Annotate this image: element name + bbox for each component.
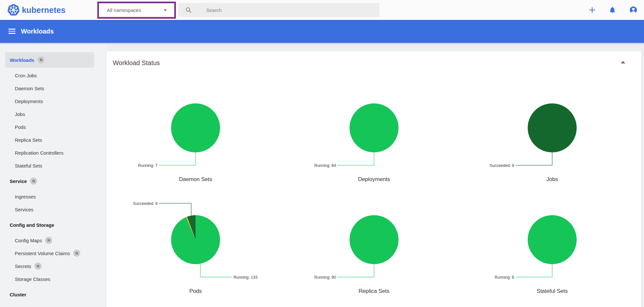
pie-chart-title: Deployments bbox=[358, 176, 390, 182]
search-input[interactable] bbox=[206, 3, 374, 17]
namespaced-indicator-badge: N bbox=[34, 263, 42, 270]
search-bar bbox=[178, 3, 380, 17]
page-header-bar: Workloads bbox=[0, 20, 644, 43]
namespace-selector-value: All namespaces bbox=[107, 7, 141, 13]
sidebar-item-service: ServiceN bbox=[0, 175, 106, 187]
pie-slice-label: Running: 90 bbox=[314, 275, 336, 280]
search-icon bbox=[186, 7, 191, 13]
pie-slice-label: Running: 133 bbox=[234, 275, 257, 280]
sidebar-item-label: Ingresses bbox=[15, 194, 36, 199]
sidebar-item-services[interactable]: Services bbox=[0, 203, 106, 216]
sidebar-item-label: Storage Classes bbox=[15, 276, 50, 282]
sidebar-item-label: Services bbox=[15, 207, 34, 212]
sidebar-item-ingresses[interactable]: Ingresses bbox=[0, 190, 106, 203]
sidebar-item-cluster: Cluster bbox=[0, 288, 106, 301]
pie-chart-title: Pods bbox=[189, 288, 202, 294]
chevron-down-icon bbox=[164, 9, 167, 11]
sidebar-item-replication-controllers[interactable]: Replication Controllers bbox=[0, 146, 106, 159]
pie-slice-label: Running: 64 bbox=[314, 163, 336, 168]
card-title: Workload Status bbox=[113, 59, 160, 67]
pie-slice-label: Running: 6 bbox=[495, 275, 514, 280]
sidebar-item-label: Pods bbox=[15, 124, 26, 130]
sidebar-item-storage-classes[interactable]: Storage Classes bbox=[0, 273, 106, 285]
sidebar-item-label: Jobs bbox=[15, 111, 25, 117]
sidebar-item-label: Workloads bbox=[10, 57, 34, 63]
sidebar-item-deployments[interactable]: Deployments bbox=[0, 95, 106, 108]
sidebar-item-label: Daemon Sets bbox=[15, 86, 44, 91]
sidebar-nav: WorkloadsNCron JobsDaemon SetsDeployment… bbox=[0, 43, 106, 307]
pie-chart-pods: Running: 133Succeeded: 8Pods bbox=[106, 190, 285, 300]
pie-slice-label: Succeeded: 8 bbox=[133, 201, 158, 206]
sidebar-item-label: Replication Controllers bbox=[15, 150, 63, 156]
sidebar-item-label: Replica Sets bbox=[15, 137, 42, 143]
pie-chart-row-2: Running: 133Succeeded: 8PodsRunning: 90R… bbox=[106, 190, 641, 300]
sidebar-item-daemon-sets[interactable]: Daemon Sets bbox=[0, 82, 106, 95]
notifications-bell-icon[interactable] bbox=[609, 6, 616, 14]
namespaced-indicator-badge: N bbox=[45, 237, 52, 244]
sidebar-item-config-maps[interactable]: Config MapsN bbox=[0, 234, 106, 247]
sidebar-item-replica-sets[interactable]: Replica Sets bbox=[0, 133, 106, 146]
sidebar-item-jobs[interactable]: Jobs bbox=[0, 108, 106, 120]
sidebar-item-label: Service bbox=[10, 178, 27, 184]
pie-chart-replica-sets: Running: 90Replica Sets bbox=[285, 190, 463, 300]
page-title: Workloads bbox=[21, 20, 54, 43]
pie-chart-deployments: Running: 64Deployments bbox=[285, 80, 463, 187]
brand-wordmark: kubernetes bbox=[22, 0, 65, 20]
sidebar-item-label: Cluster bbox=[10, 292, 26, 297]
sidebar-item-cron-jobs[interactable]: Cron Jobs bbox=[0, 69, 106, 82]
pie-chart-daemon-sets: Running: 7Daemon Sets bbox=[106, 80, 285, 187]
kubernetes-logo-icon bbox=[7, 4, 20, 16]
pie-chart-stateful-sets: Running: 6Stateful Sets bbox=[463, 190, 641, 300]
sidebar-item-workloads[interactable]: WorkloadsN bbox=[5, 52, 94, 68]
namespaced-indicator-badge: N bbox=[30, 177, 37, 185]
collapse-card-arrow-icon[interactable] bbox=[621, 61, 625, 63]
pie-slice-label: Succeeded: 8 bbox=[490, 163, 514, 168]
add-icon[interactable] bbox=[588, 6, 596, 14]
sidebar-item-cluster-role-bindings[interactable]: Cluster Role Bindings bbox=[0, 303, 106, 307]
pie-chart-row-1: Running: 7Daemon SetsRunning: 64Deployme… bbox=[106, 80, 641, 187]
namespaced-indicator-badge: N bbox=[73, 250, 80, 257]
workload-status-card: Workload Status Running: 7Daemon SetsRun… bbox=[106, 51, 641, 307]
sidebar-item-secrets[interactable]: SecretsN bbox=[0, 260, 106, 273]
top-app-bar: kubernetes All namespaces bbox=[0, 0, 644, 20]
pie-slice-label: Running: 7 bbox=[138, 163, 158, 168]
user-account-icon[interactable] bbox=[630, 6, 637, 14]
menu-hamburger-icon[interactable] bbox=[8, 29, 15, 34]
sidebar-item-persistent-volume-claims[interactable]: Persistent Volume ClaimsN bbox=[0, 247, 106, 260]
pie-chart-title: Jobs bbox=[546, 176, 558, 182]
sidebar-item-label: Cron Jobs bbox=[15, 73, 37, 78]
sidebar-item-label: Config Maps bbox=[15, 238, 42, 243]
namespace-selector[interactable]: All namespaces bbox=[99, 3, 174, 17]
sidebar-item-label: Persistent Volume Claims bbox=[15, 251, 70, 256]
sidebar-item-label: Stateful Sets bbox=[15, 163, 42, 168]
sidebar-item-stateful-sets[interactable]: Stateful Sets bbox=[0, 159, 106, 172]
sidebar-item-label: Config and Storage bbox=[10, 222, 54, 228]
pie-chart-title: Stateful Sets bbox=[537, 288, 568, 294]
sidebar-item-label: Secrets bbox=[15, 264, 31, 269]
sidebar-item-label: Deployments bbox=[15, 99, 43, 104]
pie-chart-title: Replica Sets bbox=[359, 288, 389, 294]
pie-chart-title: Daemon Sets bbox=[179, 176, 212, 182]
namespaced-indicator-badge: N bbox=[37, 56, 44, 63]
sidebar-item-pods[interactable]: Pods bbox=[0, 120, 106, 133]
pie-chart-jobs: Succeeded: 8Jobs bbox=[463, 80, 641, 187]
sidebar-item-config-and-storage: Config and Storage bbox=[0, 218, 106, 231]
